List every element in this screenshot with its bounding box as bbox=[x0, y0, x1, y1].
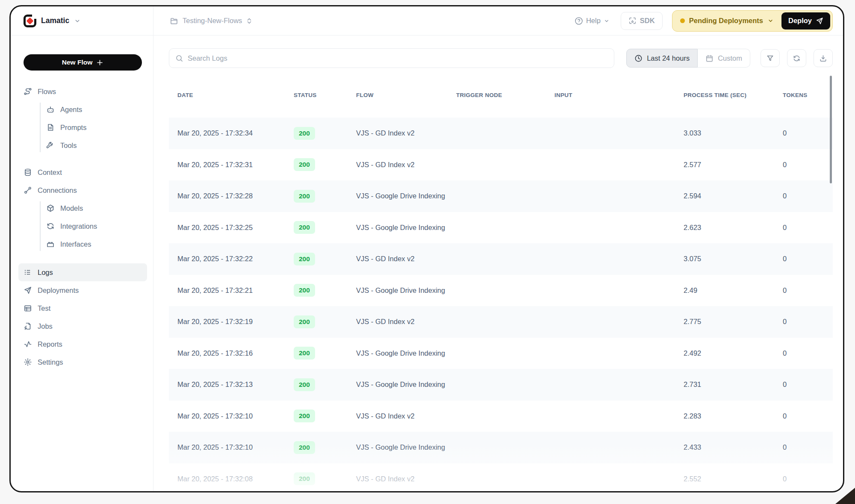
download-icon bbox=[819, 54, 827, 62]
pending-deployments-pill[interactable]: Pending Deployments Deploy bbox=[672, 10, 833, 32]
workspace-switcher[interactable]: Lamatic bbox=[11, 6, 153, 35]
sidebar: New Flow Flows Agen bbox=[11, 35, 153, 491]
status-badge: 200 bbox=[294, 253, 315, 265]
search-box[interactable] bbox=[169, 48, 614, 68]
sidebar-item-interfaces[interactable]: Interfaces bbox=[18, 235, 147, 253]
sidebar-item-tools[interactable]: Tools bbox=[18, 136, 147, 154]
sidebar-item-prompts[interactable]: Prompts bbox=[18, 118, 147, 136]
sidebar-item-integrations[interactable]: Integrations bbox=[18, 217, 147, 235]
log-process-time: 2.49 bbox=[684, 286, 783, 295]
table-row[interactable]: Mar 20, 2025 - 17:32:34 200 VJS - GD Ind… bbox=[169, 118, 833, 149]
status-badge: 200 bbox=[294, 472, 315, 485]
table-row[interactable]: Mar 20, 2025 - 17:32:10 200 VJS - GD Ind… bbox=[169, 401, 833, 432]
chevron-down-icon bbox=[74, 18, 81, 24]
table-row[interactable]: Mar 20, 2025 - 17:32:10 200 VJS - Google… bbox=[169, 432, 833, 463]
status-badge: 200 bbox=[294, 221, 315, 234]
breadcrumb[interactable]: Testing-New-Flows bbox=[170, 17, 252, 25]
table-row[interactable]: Mar 20, 2025 - 17:32:13 200 VJS - Google… bbox=[169, 369, 833, 401]
sidebar-item-models[interactable]: Models bbox=[18, 199, 147, 217]
log-process-time: 2.577 bbox=[684, 160, 783, 169]
help-menu[interactable]: Help bbox=[575, 17, 610, 25]
log-flow: VJS - GD Index v2 bbox=[356, 317, 456, 326]
sidebar-item-settings[interactable]: Settings bbox=[18, 353, 147, 371]
log-tokens: 0 bbox=[783, 349, 833, 358]
link-nodes-icon bbox=[24, 186, 32, 195]
refresh-button[interactable] bbox=[787, 49, 806, 67]
sdk-button[interactable]: SDK bbox=[621, 12, 663, 30]
search-input[interactable] bbox=[188, 54, 608, 62]
sidebar-item-agents[interactable]: Agents bbox=[18, 100, 147, 118]
table-row[interactable]: Mar 20, 2025 - 17:32:19 200 VJS - GD Ind… bbox=[169, 306, 833, 338]
time-range-group: Last 24 hours Custom bbox=[626, 49, 750, 68]
filter-button[interactable] bbox=[761, 49, 780, 67]
column-header-flow: FLOW bbox=[356, 91, 456, 99]
sidebar-item-connections[interactable]: Connections bbox=[18, 181, 147, 199]
sidebar-item-label: Test bbox=[38, 304, 50, 312]
status-badge: 200 bbox=[294, 410, 315, 422]
range-last-24-hours-button[interactable]: Last 24 hours bbox=[626, 49, 698, 68]
sidebar-item-jobs[interactable]: Jobs bbox=[18, 317, 147, 335]
log-date: Mar 20, 2025 - 17:32:25 bbox=[177, 223, 294, 232]
log-flow: VJS - GD Index v2 bbox=[356, 475, 456, 483]
sidebar-item-logs[interactable]: Logs bbox=[18, 263, 147, 281]
log-date: Mar 20, 2025 - 17:32:08 bbox=[177, 475, 294, 483]
log-date: Mar 20, 2025 - 17:32:31 bbox=[177, 160, 294, 169]
clock-icon bbox=[634, 54, 643, 62]
workspace-name: Lamatic bbox=[41, 16, 69, 25]
column-header-tokens: TOKENS bbox=[783, 91, 833, 99]
brick-icon bbox=[46, 240, 55, 248]
gear-icon bbox=[24, 358, 32, 366]
log-flow: VJS - GD Index v2 bbox=[356, 129, 456, 138]
sidebar-item-flows[interactable]: Flows bbox=[18, 83, 147, 100]
code-scan-icon bbox=[628, 17, 637, 25]
log-tokens: 0 bbox=[783, 412, 833, 421]
database-icon bbox=[24, 168, 32, 177]
top-bar: Lamatic Testing-New-Flows bbox=[11, 6, 843, 35]
table-row[interactable]: Mar 20, 2025 - 17:32:28 200 VJS - Google… bbox=[169, 180, 833, 212]
new-flow-button[interactable]: New Flow bbox=[24, 54, 142, 71]
range-custom-button[interactable]: Custom bbox=[698, 49, 750, 68]
table-row[interactable]: Mar 20, 2025 - 17:32:31 200 VJS - GD Ind… bbox=[169, 149, 833, 181]
log-process-time: 3.075 bbox=[684, 254, 783, 263]
log-process-time: 2.775 bbox=[684, 317, 783, 326]
log-flow: VJS - GD Index v2 bbox=[356, 160, 456, 169]
log-process-time: 2.552 bbox=[684, 475, 783, 483]
flows-icon bbox=[24, 87, 32, 96]
column-header-status: STATUS bbox=[294, 91, 356, 99]
status-badge: 200 bbox=[294, 158, 315, 171]
table-row[interactable]: Mar 20, 2025 - 17:32:08 200 VJS - GD Ind… bbox=[169, 463, 833, 492]
range-custom-label: Custom bbox=[718, 54, 742, 62]
log-date: Mar 20, 2025 - 17:32:10 bbox=[177, 412, 294, 421]
log-date: Mar 20, 2025 - 17:32:21 bbox=[177, 286, 294, 295]
download-button[interactable] bbox=[814, 49, 833, 67]
list-icon bbox=[24, 268, 32, 277]
log-process-time: 2.623 bbox=[684, 223, 783, 232]
sidebar-item-context[interactable]: Context bbox=[18, 163, 147, 181]
table-row[interactable]: Mar 20, 2025 - 17:32:21 200 VJS - Google… bbox=[169, 275, 833, 307]
sidebar-item-reports[interactable]: Reports bbox=[18, 335, 147, 353]
help-label: Help bbox=[586, 17, 601, 25]
log-process-time: 2.433 bbox=[684, 443, 783, 452]
sidebar-item-label: Deployments bbox=[38, 286, 79, 295]
status-badge: 200 bbox=[294, 315, 315, 328]
table-row[interactable]: Mar 20, 2025 - 17:32:25 200 VJS - Google… bbox=[169, 212, 833, 244]
status-badge: 200 bbox=[294, 190, 315, 203]
log-table-body: Mar 20, 2025 - 17:32:34 200 VJS - GD Ind… bbox=[169, 118, 833, 491]
activity-icon bbox=[24, 340, 32, 348]
sidebar-item-label: Prompts bbox=[60, 124, 86, 132]
column-header-date: DATE bbox=[177, 91, 294, 99]
vertical-scrollbar[interactable] bbox=[830, 76, 832, 183]
sidebar-item-test[interactable]: Test bbox=[18, 299, 147, 317]
log-flow: VJS - Google Drive Indexing bbox=[356, 192, 456, 200]
log-flow: VJS - Google Drive Indexing bbox=[356, 286, 456, 295]
log-flow: VJS - Google Drive Indexing bbox=[356, 349, 456, 358]
table-icon bbox=[24, 304, 32, 312]
table-row[interactable]: Mar 20, 2025 - 17:32:16 200 VJS - Google… bbox=[169, 338, 833, 369]
sidebar-item-deployments[interactable]: Deployments bbox=[18, 281, 147, 299]
file-refresh-icon bbox=[24, 322, 32, 330]
pending-status-dot-icon bbox=[680, 18, 685, 23]
sidebar-item-label: Settings bbox=[38, 358, 63, 366]
deploy-button[interactable]: Deploy bbox=[781, 12, 830, 29]
select-chevrons-icon bbox=[246, 18, 252, 24]
table-row[interactable]: Mar 20, 2025 - 17:32:22 200 VJS - GD Ind… bbox=[169, 243, 833, 275]
